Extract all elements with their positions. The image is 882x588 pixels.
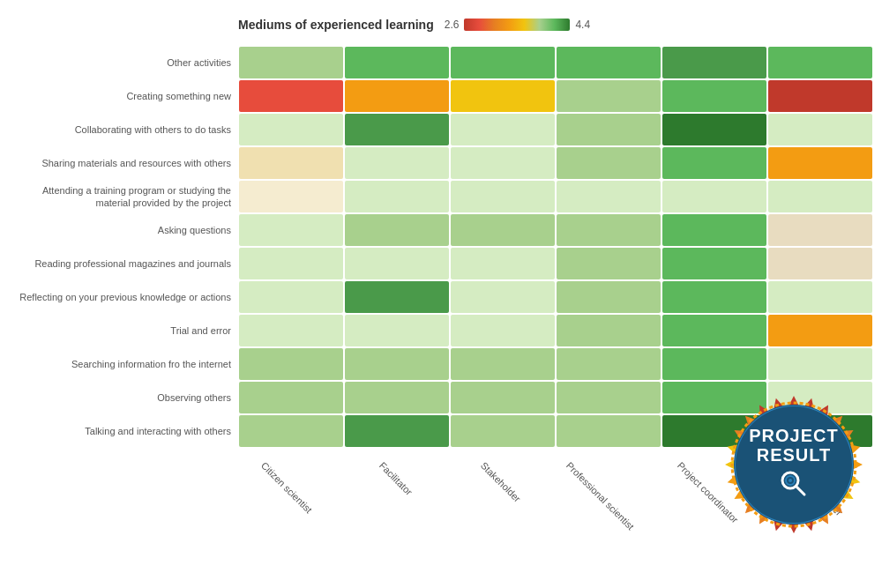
heatmap-cell (451, 80, 555, 112)
heatmap-cell (557, 382, 661, 413)
heatmap-cell (345, 415, 449, 447)
heatmap-row (238, 180, 873, 213)
row-label: Asking questions (9, 213, 238, 247)
heatmap-cell (345, 147, 449, 179)
stamp-line2: RESULT (757, 445, 832, 465)
row-label: Collaborating with others to do tasks (9, 113, 238, 146)
heatmap-cell (239, 281, 343, 313)
col-header-text: Citizen scientist (259, 460, 315, 516)
row-label: Reflecting on your previous knowledge or… (9, 280, 238, 314)
heatmap-row (238, 46, 873, 79)
stamp-inner-circle: PROJECT RESULT (736, 406, 852, 523)
legend-bar (464, 19, 570, 31)
heatmap-cell (451, 181, 555, 212)
heatmap-cell (239, 147, 343, 179)
heatmap-cell (768, 281, 872, 313)
svg-point-30 (789, 479, 792, 482)
heatmap-cell (662, 114, 766, 145)
heatmap-cell (557, 415, 661, 447)
heatmap-row (238, 113, 873, 146)
project-result-stamp: PROJECT RESULT (723, 394, 864, 535)
heatmap-cell (557, 281, 661, 313)
heatmap-cell (557, 248, 661, 279)
col-header-text: Facilitator (377, 460, 415, 497)
heatmap-cell (451, 315, 555, 346)
heatmap-row (238, 314, 873, 347)
heatmap-cell (557, 214, 661, 246)
heatmap-cell (557, 181, 661, 212)
heatmap-row (238, 146, 873, 180)
heatmap-cell (239, 248, 343, 279)
heatmap-cell (451, 415, 555, 447)
heatmap-cell (239, 415, 343, 447)
heatmap-cell (345, 181, 449, 212)
heatmap-cell (239, 382, 343, 413)
col-header-text: Stakeholder (478, 460, 522, 504)
heatmap-cell (768, 348, 872, 380)
heatmap-cell (662, 147, 766, 179)
row-label: Attending a training program or studying… (9, 180, 238, 213)
heatmap-cell (239, 114, 343, 145)
chart-title: Mediums of experienced learning (238, 18, 434, 32)
heatmap-cell (768, 147, 872, 179)
heatmap-cell (345, 315, 449, 346)
heatmap-cell (345, 248, 449, 279)
row-label: Reading professional magazines and journ… (9, 247, 238, 280)
svg-line-29 (796, 487, 804, 495)
heatmap-cell (662, 248, 766, 279)
stamp-outer: PROJECT RESULT (723, 394, 864, 535)
heatmap-cell (239, 348, 343, 380)
heatmap-cell (768, 47, 872, 78)
heatmap-row (238, 213, 873, 247)
heatmap-cell (451, 281, 555, 313)
heatmap-cell (662, 348, 766, 380)
row-label: Talking and interacting with others (9, 414, 238, 448)
heatmap-cell (345, 214, 449, 246)
heatmap-cell (557, 348, 661, 380)
row-label: Searching information fro the internet (9, 347, 238, 381)
heatmap-cell (239, 181, 343, 212)
col-header: Citizen scientist (238, 453, 344, 541)
heatmap-cell (557, 80, 661, 112)
heatmap-row (238, 347, 873, 381)
heatmap-cell (451, 114, 555, 145)
heatmap-cell (768, 315, 872, 346)
heatmap-grid (238, 46, 873, 448)
row-label: Trial and error (9, 314, 238, 347)
heatmap-cell (345, 114, 449, 145)
heatmap-cell (451, 47, 555, 78)
col-header: Facilitator (344, 453, 450, 541)
heatmap-cell (557, 147, 661, 179)
heatmap-row (238, 79, 873, 113)
row-label: Observing others (9, 381, 238, 414)
row-label: Creating something new (9, 79, 238, 113)
heatmap-cell (768, 214, 872, 246)
heatmap-cell (345, 382, 449, 413)
heatmap-cell (451, 382, 555, 413)
row-label: Sharing materials and resources with oth… (9, 146, 238, 180)
heatmap-cell (239, 214, 343, 246)
heatmap-cell (451, 214, 555, 246)
heatmap-cell (662, 315, 766, 346)
heatmap-cell (557, 315, 661, 346)
heatmap-cell (662, 47, 766, 78)
heatmap-cell (345, 348, 449, 380)
col-header-text: Professional scientist (564, 460, 637, 532)
heatmap-row (238, 280, 873, 314)
heatmap-cell (451, 248, 555, 279)
heatmap-cell (768, 181, 872, 212)
stamp-search-icon (778, 468, 810, 503)
heatmap-cell (662, 80, 766, 112)
row-labels: Other activitiesCreating something newCo… (9, 46, 238, 541)
heatmap-cell (239, 47, 343, 78)
heatmap-cell (768, 80, 872, 112)
legend-min: 2.6 (445, 19, 460, 31)
heatmap-cell (345, 47, 449, 78)
heatmap-cell (662, 281, 766, 313)
heatmap-cell (662, 181, 766, 212)
heatmap-cell (557, 47, 661, 78)
col-header: Professional scientist (556, 453, 662, 541)
legend-max: 4.4 (575, 19, 590, 31)
col-header: Stakeholder (450, 453, 556, 541)
heatmap-cell (768, 248, 872, 279)
